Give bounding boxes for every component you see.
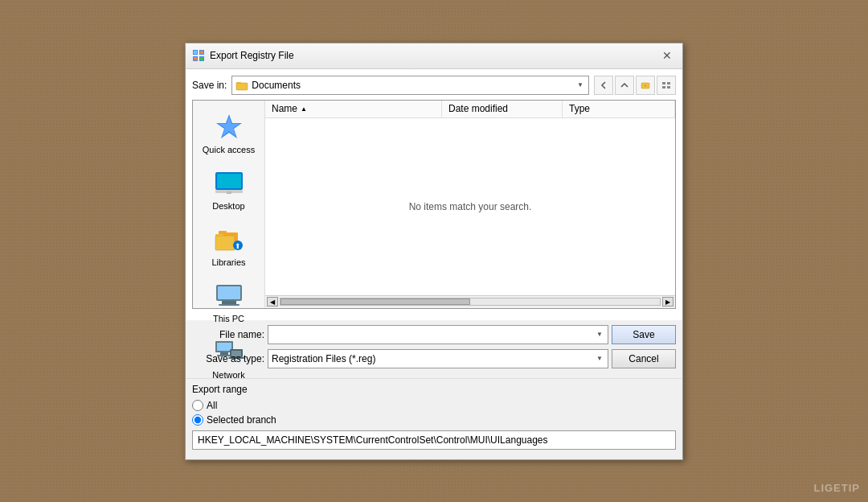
- sidebar-item-desktop-label: Desktop: [212, 201, 244, 211]
- save-in-value: Documents: [252, 80, 301, 91]
- svg-rect-5: [200, 51, 203, 54]
- svg-rect-31: [218, 286, 240, 299]
- desktop-icon: [213, 167, 245, 200]
- file-list-area: Name ▲ Date modified Type No items match…: [265, 101, 675, 308]
- export-registry-dialog: Export Registry File ✕ Save in: Document…: [185, 43, 683, 460]
- dialog-title: Export Registry File: [210, 50, 658, 61]
- quick-access-sidebar: Quick access Desktop: [193, 101, 265, 308]
- cancel-button[interactable]: Cancel: [612, 349, 676, 368]
- scroll-track[interactable]: [280, 298, 661, 306]
- save-as-type-arrow: ▼: [595, 355, 604, 362]
- export-range-title: Export range: [192, 384, 676, 395]
- up-button[interactable]: [615, 76, 634, 95]
- radio-all-label: All: [207, 400, 217, 411]
- svg-rect-22: [227, 191, 231, 194]
- back-button[interactable]: [594, 76, 613, 95]
- thispc-icon: [213, 280, 245, 312]
- close-button[interactable]: ✕: [658, 47, 676, 64]
- branch-path-input[interactable]: [192, 430, 676, 450]
- file-name-input[interactable]: [272, 329, 595, 340]
- sidebar-item-quick-access-label: Quick access: [203, 145, 255, 154]
- folder-icon: [235, 79, 248, 92]
- sidebar-item-thispc-label: This PC: [213, 314, 244, 323]
- file-browser: Quick access Desktop: [192, 100, 676, 309]
- view-button[interactable]: [657, 76, 676, 95]
- scroll-right-arrow[interactable]: ▶: [662, 297, 674, 307]
- column-type[interactable]: Type: [563, 101, 675, 117]
- column-name[interactable]: Name ▲: [265, 101, 442, 117]
- file-name-input-wrapper: ▼: [268, 325, 608, 344]
- svg-rect-13: [662, 82, 665, 84]
- sidebar-item-network-label: Network: [212, 370, 244, 380]
- radio-selected-branch-row: Selected branch: [192, 414, 676, 426]
- radio-selected-branch[interactable]: [192, 414, 203, 426]
- toolbar-buttons: +: [594, 76, 676, 95]
- svg-rect-16: [667, 86, 670, 88]
- libraries-icon: ⬆: [213, 224, 245, 256]
- dialog-body: Save in: Documents ▼: [186, 69, 682, 320]
- svg-rect-24: [219, 231, 227, 234]
- file-list-header: Name ▲ Date modified Type: [265, 101, 675, 118]
- save-in-dropdown[interactable]: Documents ▼: [231, 76, 589, 95]
- svg-rect-9: [236, 82, 241, 84]
- save-as-type-dropdown[interactable]: Registration Files (*.reg) ▼: [268, 349, 608, 368]
- sidebar-item-libraries[interactable]: ⬆ Libraries: [197, 220, 261, 271]
- svg-rect-15: [662, 86, 665, 88]
- file-name-row: File name: ▼ Save: [192, 325, 676, 344]
- svg-rect-35: [217, 343, 231, 351]
- radio-all[interactable]: [192, 400, 203, 411]
- file-list-empty-message: No items match your search.: [265, 118, 675, 295]
- sidebar-item-libraries-label: Libraries: [211, 257, 245, 267]
- svg-rect-32: [222, 301, 236, 304]
- radio-selected-branch-label: Selected branch: [207, 414, 276, 426]
- svg-text:+: +: [644, 83, 647, 88]
- radio-all-row: All: [192, 400, 676, 411]
- save-as-type-label: Save as type:: [192, 353, 264, 364]
- save-in-label: Save in:: [192, 80, 227, 91]
- save-as-type-row: Save as type: Registration Files (*.reg)…: [192, 349, 676, 368]
- sidebar-item-quick-access[interactable]: Quick access: [197, 107, 261, 158]
- file-name-label: File name:: [192, 329, 264, 340]
- title-bar: Export Registry File ✕: [186, 43, 682, 69]
- sidebar-item-desktop[interactable]: Desktop: [197, 163, 261, 215]
- scroll-thumb[interactable]: [280, 298, 470, 305]
- sidebar-item-thispc[interactable]: This PC: [197, 276, 261, 327]
- export-range-section: Export range All Selected branch: [186, 378, 682, 459]
- svg-rect-7: [200, 57, 203, 60]
- svg-rect-33: [219, 304, 240, 306]
- save-in-dropdown-arrow: ▼: [575, 81, 585, 88]
- quick-access-icon: [213, 111, 245, 143]
- horizontal-scrollbar[interactable]: ◀ ▶: [265, 295, 675, 308]
- scroll-left-arrow[interactable]: ◀: [267, 297, 278, 307]
- svg-rect-25: [215, 236, 235, 250]
- svg-rect-6: [194, 57, 197, 60]
- save-as-type-value: Registration Files (*.reg): [272, 353, 375, 364]
- column-date-modified[interactable]: Date modified: [442, 101, 563, 117]
- file-name-dropdown-arrow[interactable]: ▼: [595, 331, 604, 338]
- save-in-row: Save in: Documents ▼: [192, 76, 676, 95]
- watermark: LIGETIP: [813, 482, 860, 494]
- svg-rect-4: [194, 51, 197, 54]
- dialog-icon: [192, 49, 205, 62]
- svg-rect-20: [217, 174, 241, 188]
- new-folder-button[interactable]: +: [636, 76, 655, 95]
- svg-rect-14: [667, 82, 670, 84]
- svg-text:⬆: ⬆: [235, 241, 241, 249]
- save-button[interactable]: Save: [612, 325, 676, 344]
